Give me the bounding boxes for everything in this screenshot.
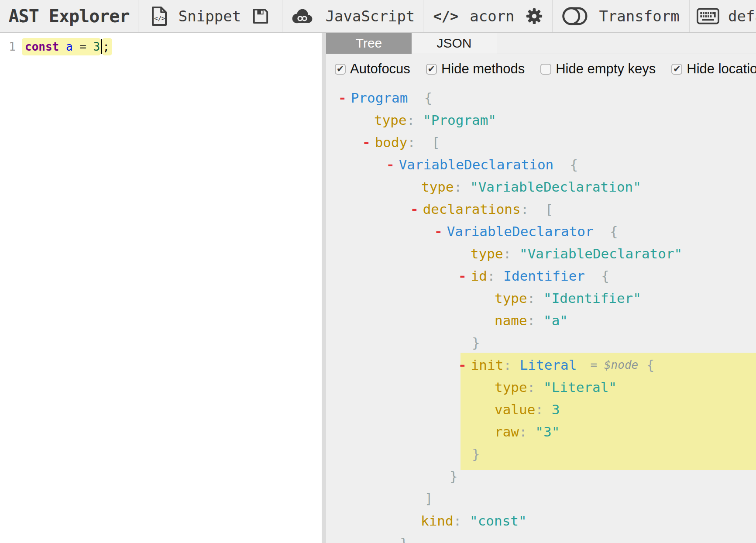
ast-tree-line[interactable]: type: "Literal" <box>326 376 756 398</box>
app-title-section: AST Explorer <box>0 0 138 32</box>
keymap-button[interactable]: default <box>690 0 756 32</box>
collapse-toggle-icon[interactable]: - <box>410 201 419 217</box>
ast-property-key: type <box>374 112 407 128</box>
ast-tree-line[interactable]: } <box>326 331 756 354</box>
parser-settings-gear-icon[interactable] <box>526 8 543 24</box>
ast-node-name[interactable]: Literal <box>520 357 577 373</box>
code-token-operator: = <box>79 40 86 53</box>
ast-punctuation: : <box>407 112 423 128</box>
ast-tree-line[interactable]: type: "VariableDeclaration" <box>326 175 756 198</box>
keymap-label: default <box>728 7 756 25</box>
ast-tree-line[interactable]: -declarations: [ <box>326 198 756 220</box>
code-brackets-icon: </> <box>433 8 458 24</box>
checkbox-checked-icon[interactable]: ✔ <box>671 64 682 75</box>
code-token-def: a <box>66 40 73 53</box>
ast-value-string: "Literal" <box>543 379 617 395</box>
ast-tree-line[interactable]: type: "Identifier" <box>326 287 756 309</box>
ast-tree-line[interactable]: -VariableDeclaration { <box>326 153 756 175</box>
language-button[interactable]: JavaScript <box>282 0 423 32</box>
collapse-toggle-icon[interactable]: - <box>458 268 467 284</box>
collapse-toggle-icon[interactable]: - <box>458 357 467 373</box>
ast-node-name[interactable]: VariableDeclarator <box>447 223 594 239</box>
checkbox-unchecked-icon[interactable] <box>540 64 551 75</box>
collapse-toggle-icon[interactable]: - <box>362 134 371 150</box>
ast-tree-line[interactable]: -init: Literal = $node { <box>326 354 756 376</box>
ast-tree-line[interactable]: ] <box>326 487 756 509</box>
ast-punctuation: { <box>408 90 432 106</box>
tree-options-row: ✔Autofocus✔Hide methodsHide empty keys✔H… <box>326 54 756 84</box>
ast-tree-line[interactable]: kind: "const" <box>326 509 756 532</box>
code-token-plain <box>73 40 80 53</box>
main-area: 1 const a = 3; TreeJSON ✔Autofocus✔Hide … <box>0 33 756 543</box>
save-icon[interactable] <box>252 8 269 24</box>
ast-tree-line[interactable]: } <box>326 532 756 543</box>
checkbox-checked-icon[interactable]: ✔ <box>426 64 437 75</box>
ast-punctuation: : <box>454 513 470 529</box>
panel-splitter[interactable] <box>322 33 326 543</box>
ast-tree-line[interactable]: raw: "3" <box>326 420 756 443</box>
tree-option-hide-methods[interactable]: ✔Hide methods <box>426 61 525 77</box>
ast-value-string: "Program" <box>423 112 496 128</box>
code-line: 1 const a = 3; <box>0 38 112 55</box>
ast-tree-line[interactable]: } <box>326 465 756 487</box>
ast-node-name[interactable]: VariableDeclaration <box>399 157 554 172</box>
collapse-toggle-icon[interactable]: - <box>338 90 347 106</box>
ast-punctuation: : <box>503 246 519 261</box>
ast-punctuation: } <box>400 535 408 543</box>
transform-toggle[interactable]: Transform <box>553 0 690 32</box>
ast-punctuation: : [ <box>521 201 553 217</box>
ast-tree-line[interactable]: -Program { <box>326 86 756 109</box>
ast-tree-line[interactable]: type: "VariableDeclarator" <box>326 242 756 265</box>
transform-label: Transform <box>599 7 679 25</box>
tab-json[interactable]: JSON <box>412 33 497 54</box>
ast-property-key: type <box>421 179 454 195</box>
toolbar: AST Explorer </> Snippet <box>0 0 756 33</box>
code-highlight-mark: const a = 3 <box>22 38 101 55</box>
ast-tree-line[interactable]: } <box>326 443 756 465</box>
ast-tree-line[interactable]: type: "Program" <box>326 109 756 131</box>
ast-property-key: type <box>495 290 527 306</box>
ast-punctuation: ] <box>425 491 433 506</box>
line-number: 1 <box>0 40 16 53</box>
snippet-label: Snippet <box>179 7 241 25</box>
ast-punctuation: } <box>472 446 480 462</box>
ast-tree-line[interactable]: value: 3 <box>326 398 756 420</box>
toggle-off-icon <box>562 7 588 25</box>
parser-section[interactable]: </> acorn <box>423 0 553 32</box>
option-label: Autofocus <box>350 61 410 77</box>
ast-property-key: raw <box>495 424 519 440</box>
ast-value-string: "Identifier" <box>543 290 641 306</box>
ast-tree-line[interactable]: -body: [ <box>326 131 756 153</box>
tree-option-hide-location-data[interactable]: ✔Hide location data <box>671 61 756 77</box>
keyboard-icon <box>697 7 719 25</box>
ast-punctuation: { <box>585 268 609 284</box>
ast-tree-line[interactable]: name: "a" <box>326 309 756 331</box>
cloud-icon <box>291 7 314 25</box>
ast-panel: TreeJSON ✔Autofocus✔Hide methodsHide emp… <box>326 33 756 543</box>
code-editor[interactable]: 1 const a = 3; <box>0 33 322 543</box>
language-label: JavaScript <box>326 7 415 25</box>
ast-property-key: value <box>495 402 535 417</box>
snippet-button[interactable]: </> Snippet <box>138 0 282 32</box>
code-token-plain <box>86 40 93 53</box>
checkbox-checked-icon[interactable]: ✔ <box>335 64 346 75</box>
ast-punctuation: { <box>594 223 618 239</box>
ast-punctuation: : <box>535 402 551 417</box>
ast-property-key: id <box>471 268 487 284</box>
ast-value-string: "VariableDeclarator" <box>519 246 682 261</box>
ast-tree-line[interactable]: -id: Identifier { <box>326 265 756 287</box>
tree-option-autofocus[interactable]: ✔Autofocus <box>335 61 410 77</box>
collapse-toggle-icon[interactable]: - <box>434 223 443 239</box>
code-file-icon: </> <box>151 6 167 26</box>
ast-value-string: 3 <box>552 402 560 417</box>
ast-tree: -Program {type: "Program"-body: [-Variab… <box>326 84 756 543</box>
collapse-toggle-icon[interactable]: - <box>386 157 395 172</box>
ast-property-key: init <box>471 357 504 373</box>
ast-node-name[interactable]: Identifier <box>503 268 585 284</box>
tree-option-hide-empty-keys[interactable]: Hide empty keys <box>540 61 656 77</box>
tab-tree[interactable]: Tree <box>326 33 412 54</box>
option-label: Hide methods <box>441 61 525 77</box>
ast-node-name[interactable]: Program <box>351 90 408 106</box>
ast-punctuation: } <box>450 468 458 484</box>
ast-tree-line[interactable]: -VariableDeclarator { <box>326 220 756 242</box>
